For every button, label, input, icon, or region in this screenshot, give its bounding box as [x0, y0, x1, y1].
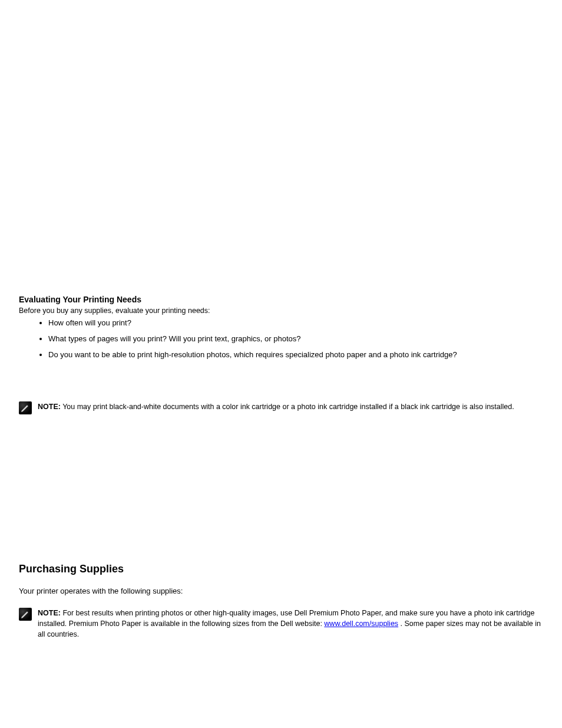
document-page: Evaluating Your Printing Needs Before yo…: [0, 0, 562, 728]
list-item: Do you want to be able to print high-res…: [48, 349, 543, 361]
evaluating-list-wrap: How often will you print? What types of …: [19, 314, 543, 364]
evaluating-section: Evaluating Your Printing Needs: [19, 295, 543, 304]
note-1-text: NOTE: You may print black-and-white docu…: [38, 401, 514, 412]
evaluating-heading: Evaluating Your Printing Needs: [19, 295, 543, 304]
evaluating-list: How often will you print? What types of …: [48, 317, 543, 361]
supplies-link[interactable]: www.dell.com/supplies: [324, 620, 398, 628]
purchasing-section: Purchasing Supplies: [19, 563, 543, 575]
pencil-note-icon: [19, 608, 32, 621]
list-item: How often will you print?: [48, 317, 543, 330]
note-2-label: NOTE:: [38, 609, 61, 617]
note-1: NOTE: You may print black-and-white docu…: [19, 401, 543, 414]
note-1-label: NOTE:: [38, 403, 61, 411]
purchasing-intro: Your printer operates with the following…: [19, 585, 543, 597]
note-1-body: You may print black-and-white documents …: [62, 403, 514, 411]
note-2: NOTE: For best results when printing pho…: [19, 608, 543, 640]
purchasing-heading: Purchasing Supplies: [19, 563, 543, 575]
pencil-note-icon: [19, 401, 32, 414]
list-item: What types of pages will you print? Will…: [48, 333, 543, 345]
note-2-text: NOTE: For best results when printing pho…: [38, 608, 543, 640]
purchasing-intro-wrap: Your printer operates with the following…: [19, 585, 543, 597]
